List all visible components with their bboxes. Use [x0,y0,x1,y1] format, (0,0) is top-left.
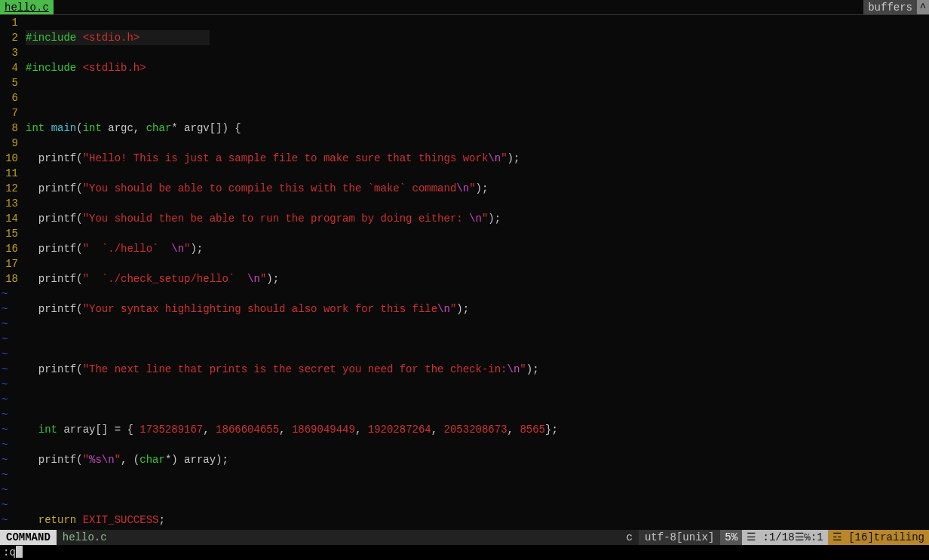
code-line: #include <stdio.h> [26,30,558,45]
status-encoding: utf-8[unix] [639,530,720,545]
tab-label: hello.c [5,2,49,14]
code-line: printf(" `./hello` \n"); [26,241,558,256]
tilde-icon: ~ [2,377,8,392]
line-number: 8 [0,121,18,136]
status-position: ☰ :1/18☰℅:1 [742,530,828,545]
line-number: 1 [0,15,18,30]
tilde-icon: ~ [2,452,8,467]
status-spacer [113,530,621,545]
line-number-gutter: 1 2 3 4 5 6 7 8 9 10 11 12 13 14 15 16 1… [0,15,21,286]
command-text: :q [3,546,16,558]
line-number: 15 [0,226,18,241]
code-line: int array[] = { 1735289167, 1866604655, … [26,422,558,437]
cursor-icon [16,546,23,558]
code-content[interactable]: #include <stdio.h> #include <stdlib.h> i… [26,15,558,560]
code-line [26,90,558,106]
line-number: 18 [0,271,18,286]
tilde-icon: ~ [2,347,8,362]
code-line: printf("Your syntax highlighting should … [26,301,558,317]
code-line: printf("Hello! This is just a sample fil… [26,151,558,166]
tilde-icon: ~ [2,301,8,317]
line-number: 3 [0,45,18,60]
code-line: printf("You should then be able to run t… [26,211,558,226]
tilde-icon: ~ [2,513,8,528]
code-line: int main(int argc, char* argv[]) { [26,121,558,136]
tilde-icon: ~ [2,407,8,422]
tilde-icon: ~ [2,362,8,377]
command-line[interactable]: :q [0,545,929,560]
line-number: 11 [0,166,18,181]
tilde-icon: ~ [2,497,8,513]
code-line: return EXIT_SUCCESS; [26,513,558,528]
line-number: 7 [0,106,18,121]
tab-active[interactable]: hello.c [0,0,54,14]
editor-area[interactable]: 1 2 3 4 5 6 7 8 9 10 11 12 13 14 15 16 1… [0,15,929,532]
line-number: 12 [0,181,18,196]
line-number: 14 [0,211,18,226]
code-line: printf("You should be able to compile th… [26,181,558,196]
status-filetype: c [621,530,639,545]
code-line [26,482,558,497]
empty-line-tildes: ~ ~ ~ ~ ~ ~ ~ ~ ~ ~ ~ ~ ~ ~ ~ ~ [0,286,8,528]
code-line: #include <stdlib.h> [26,60,558,75]
line-number: 16 [0,241,18,256]
tilde-icon: ~ [2,482,8,497]
code-line: printf(" `./check_setup/hello` \n"); [26,271,558,286]
tilde-icon: ~ [2,286,8,301]
code-line: printf("The next line that prints is the… [26,362,558,377]
line-number: 4 [0,60,18,75]
tilde-icon: ~ [2,437,8,452]
line-number: 17 [0,256,18,271]
status-line: COMMAND hello.c c utf-8[unix] 5% ☰ :1/18… [0,530,929,545]
line-number: 2 [0,30,18,45]
tabline-spacer [54,0,863,14]
code-line [26,392,558,407]
tilde-icon: ~ [2,332,8,347]
tilde-icon: ~ [2,317,8,332]
status-trailing-warning: ☲ [16]trailing [828,530,929,545]
line-number: 13 [0,196,18,211]
line-number: 6 [0,90,18,106]
mode-indicator: COMMAND [0,530,57,545]
status-percent: 5% [720,530,742,545]
code-line: printf("%s\n", (char*) array); [26,452,558,467]
tilde-icon: ~ [2,467,8,482]
tilde-icon: ~ [2,422,8,437]
tab-line: hello.c buffers ^ [0,0,929,15]
buffers-button[interactable]: buffers [863,0,917,14]
line-number: 10 [0,151,18,166]
scroll-indicator-icon: ^ [917,0,929,14]
code-line [26,332,558,347]
tilde-icon: ~ [2,392,8,407]
line-number: 9 [0,136,18,151]
status-filename: hello.c [57,530,113,545]
line-number: 5 [0,75,18,90]
